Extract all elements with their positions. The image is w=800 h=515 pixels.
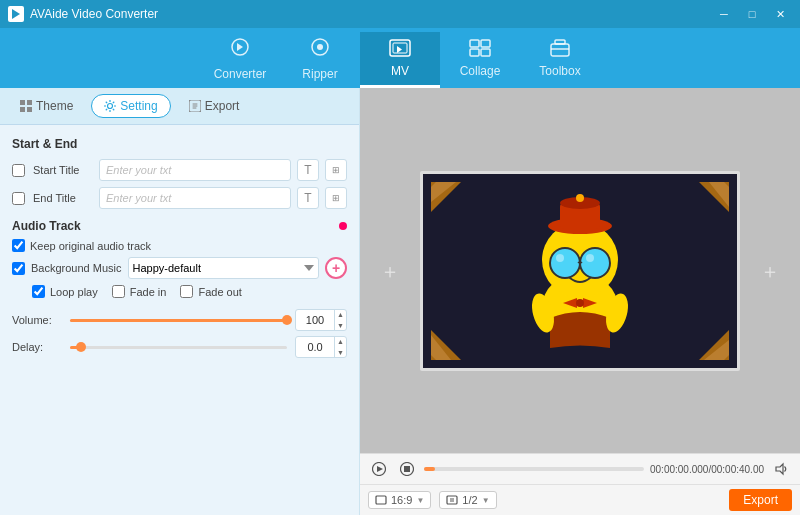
audio-track-title: Audio Track (12, 219, 81, 233)
sub-tab-theme[interactable]: Theme (8, 95, 85, 117)
bg-music-row: Background Music Happy-default + (12, 257, 347, 279)
volume-thumb[interactable] (282, 315, 292, 325)
play-icon (372, 462, 386, 476)
stop-icon (400, 462, 414, 476)
tab-toolbox[interactable]: Toolbox (520, 32, 600, 88)
delay-thumb[interactable] (76, 342, 86, 352)
minimize-btn[interactable]: ─ (712, 5, 736, 23)
maximize-btn[interactable]: □ (740, 5, 764, 23)
delay-up-arrow[interactable]: ▲ (335, 336, 346, 347)
bg-music-select[interactable]: Happy-default (128, 257, 320, 279)
cartoon-character (515, 188, 645, 353)
end-title-checkbox[interactable] (12, 192, 25, 205)
toolbox-icon (549, 39, 571, 60)
video-controls: 00:00:00.000/00:00:40.00 (360, 453, 800, 484)
delay-row: Delay: 0.0 ▲ ▼ (12, 336, 347, 358)
converter-icon (229, 36, 251, 63)
fade-out-label: Fade out (198, 286, 241, 298)
aspect-ratio-select[interactable]: 16:9 ▼ (368, 491, 431, 509)
svg-rect-8 (470, 49, 479, 56)
page-select[interactable]: 1/2 ▼ (439, 491, 496, 509)
delay-track[interactable] (70, 346, 287, 349)
page-value: 1/2 (462, 494, 477, 506)
title-bar-left: AVAide Video Converter (8, 6, 158, 22)
fade-in-row: Fade in (112, 285, 167, 298)
theme-grid-icon (20, 100, 32, 112)
sub-tab-setting[interactable]: Setting (91, 94, 170, 118)
sub-tab-export[interactable]: Export (177, 95, 252, 117)
svg-point-33 (550, 248, 580, 278)
video-progress-bar[interactable] (424, 467, 644, 471)
svg-rect-9 (481, 49, 490, 56)
volume-arrows: ▲ ▼ (334, 309, 346, 331)
volume-up-arrow[interactable]: ▲ (335, 309, 346, 320)
tab-ripper[interactable]: Ripper (280, 32, 360, 88)
end-title-font-btn[interactable]: T (297, 187, 319, 209)
play-btn[interactable] (368, 458, 390, 480)
delay-label: Delay: (12, 341, 62, 353)
loop-play-checkbox[interactable] (32, 285, 45, 298)
volume-btn[interactable] (770, 458, 792, 480)
nav-tabs: Converter Ripper MV Collage Toolbox (0, 28, 800, 88)
volume-label: Volume: (12, 314, 62, 326)
tab-mv[interactable]: MV (360, 32, 440, 88)
tab-converter[interactable]: Converter (200, 32, 280, 88)
end-title-label: End Title (33, 192, 93, 204)
aspect-ratio-icon (375, 495, 387, 505)
progress-fill (424, 467, 435, 471)
time-current: 00:00:00.000 (650, 464, 708, 475)
fade-out-row: Fade out (180, 285, 241, 298)
volume-track[interactable] (70, 319, 287, 322)
audio-track-section: Audio Track Keep original audio track Ba… (12, 219, 347, 358)
video-preview: ＋ (360, 88, 800, 453)
delay-value: 0.0 (296, 341, 334, 353)
svg-rect-46 (404, 466, 410, 472)
delay-down-arrow[interactable]: ▼ (335, 347, 346, 358)
title-bar-controls: ─ □ ✕ (712, 5, 792, 23)
video-frame (420, 171, 740, 371)
end-title-extra-btn[interactable]: ⊞ (325, 187, 347, 209)
app-title: AVAide Video Converter (30, 7, 158, 21)
bg-music-label: Background Music (31, 262, 122, 274)
svg-marker-44 (377, 466, 383, 472)
video-bottom-bar: 16:9 ▼ 1/2 ▼ Export (360, 484, 800, 515)
fade-in-label: Fade in (130, 286, 167, 298)
volume-down-arrow[interactable]: ▼ (335, 320, 346, 331)
audio-track-header: Audio Track (12, 219, 347, 233)
svg-rect-16 (27, 107, 32, 112)
aspect-ratio-chevron: ▼ (416, 496, 424, 505)
start-end-title: Start & End (12, 137, 347, 151)
add-right-icon[interactable]: ＋ (760, 257, 780, 284)
tab-toolbox-label: Toolbox (539, 64, 580, 78)
sub-tab-theme-label: Theme (36, 99, 73, 113)
start-title-row: Start Title T ⊞ (12, 159, 347, 181)
start-title-input[interactable] (99, 159, 291, 181)
mv-icon (389, 39, 411, 60)
bg-music-checkbox[interactable] (12, 262, 25, 275)
keep-original-row: Keep original audio track (12, 239, 347, 252)
add-left-icon[interactable]: ＋ (380, 257, 400, 284)
tab-collage[interactable]: Collage (440, 32, 520, 88)
add-music-btn[interactable]: + (325, 257, 347, 279)
keep-original-checkbox[interactable] (12, 239, 25, 252)
end-title-input[interactable] (99, 187, 291, 209)
start-title-font-btn[interactable]: T (297, 159, 319, 181)
svg-rect-14 (27, 100, 32, 105)
svg-rect-13 (20, 100, 25, 105)
fade-in-checkbox[interactable] (112, 285, 125, 298)
svg-point-34 (580, 248, 610, 278)
main-content: Theme Setting Export Start & End Start T… (0, 88, 800, 515)
sub-tabs: Theme Setting Export (0, 88, 359, 125)
tab-collage-label: Collage (460, 64, 501, 78)
page-chevron: ▼ (482, 496, 490, 505)
fade-out-checkbox[interactable] (180, 285, 193, 298)
corner-arrow-tr (679, 182, 729, 232)
sub-tab-setting-label: Setting (120, 99, 157, 113)
start-title-checkbox[interactable] (12, 164, 25, 177)
export-btn[interactable]: Export (729, 489, 792, 511)
tab-mv-label: MV (391, 64, 409, 78)
stop-btn[interactable] (396, 458, 418, 480)
volume-fill (70, 319, 287, 322)
close-btn[interactable]: ✕ (768, 5, 792, 23)
start-title-extra-btn[interactable]: ⊞ (325, 159, 347, 181)
